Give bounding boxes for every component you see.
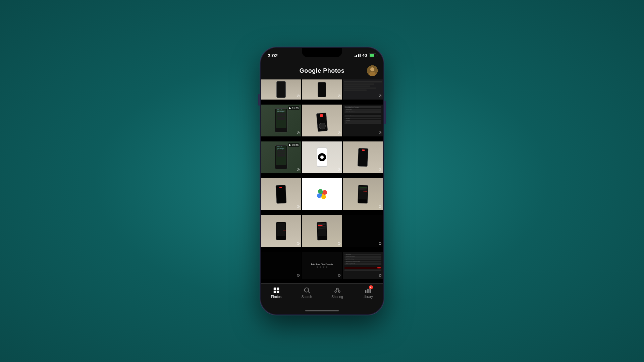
gphotos-logo-svg [314,186,330,202]
search-nav-icon [303,286,311,294]
photo-cell-13[interactable]: ⊘ [261,215,301,247]
photos-grid: ⊘ ⊘ ⊘ [261,79,383,283]
status-bar: 3:02 4G [261,48,383,63]
photo-cell-8[interactable]: ⊘ [302,141,342,173]
hidden-icon-2: ⊘ [337,94,341,98]
library-badge: 8 [369,285,373,289]
svg-rect-15 [367,289,369,293]
hidden-icon-12: ⊘ [378,204,382,209]
hidden-icon-13: ⊘ [297,241,300,246]
home-indicator [261,307,383,314]
svg-rect-14 [365,290,366,293]
sharing-nav-label: Sharing [331,295,343,299]
svg-rect-6 [276,291,279,293]
svg-rect-5 [273,291,276,293]
status-indicators: 4G [355,53,376,57]
hidden-icon-4: ⊘ [297,130,300,135]
photo-cell-3[interactable]: ⊘ [343,79,383,100]
video-badge-1: ▶01:59 [288,106,300,110]
clock: 3:02 [268,53,278,58]
photos-nav-icon [272,286,280,294]
sharing-nav-icon [333,286,341,294]
svg-rect-4 [276,288,279,290]
photo-cell-15[interactable]: ⊘ [343,215,383,247]
hidden-icon-8: ⊘ [337,167,341,172]
photo-cell-6[interactable]: iTunes & App Store Purchases Allowed App… [343,105,383,136]
nav-item-search[interactable]: Search [291,286,322,299]
svg-line-12 [336,290,336,291]
photo-cell-4[interactable]: What do you want to focus on? ▶01:59 ⊘ [261,105,301,136]
nav-item-photos[interactable]: Photos [261,286,291,299]
phone-screen: 3:02 4G Google Photos [261,48,383,314]
signal-icon [355,54,361,57]
bottom-nav: Photos Search [261,283,383,307]
network-type: 4G [362,53,367,57]
photo-cell-7[interactable]: What do you want to focus on? ▶00:56 ⊘ [261,141,301,173]
hidden-icon-15: ⊘ [378,241,382,246]
photo-cell-17[interactable]: Enter Screen Time Passcode ⊘ [302,252,342,279]
nav-item-sharing[interactable]: Sharing [322,286,353,299]
phone-frame: 3:02 4G Google Photos [260,47,384,315]
photo-cell-11-gphotos[interactable] [302,178,342,210]
svg-line-8 [308,292,310,293]
hidden-icon-10: ⊘ [297,204,300,209]
hidden-icon-16: ⊘ [297,273,300,278]
photo-cell-16[interactable]: ⊘ [261,252,301,279]
hidden-icon-1: ⊘ [297,94,300,98]
app-title: Google Photos [300,67,345,74]
hidden-icon-7: ⊘ [297,167,300,172]
svg-point-1 [370,67,374,71]
library-nav-label: Library [363,295,373,299]
battery-icon [369,54,376,57]
photo-cell-14[interactable]: ⊘ [302,215,342,247]
library-nav-icon: 8 [364,286,372,294]
photo-cell-12[interactable]: ⊘ [343,178,383,210]
svg-point-9 [336,288,338,290]
photo-cell-18[interactable]: Microphone Speech Recognition Apple Adve… [343,252,383,279]
hidden-icon-3: ⊘ [378,94,382,98]
hidden-icon-5: ⊘ [337,130,341,135]
photo-cell-10[interactable]: ⊘ [261,178,301,210]
avatar[interactable] [367,65,378,76]
nav-item-library[interactable]: 8 Library [353,286,383,299]
photo-cell-5[interactable]: ⊘ [302,105,342,136]
hidden-icon-18: ⊘ [378,273,382,278]
search-nav-label: Search [302,295,312,299]
svg-line-13 [338,290,339,291]
video-badge-2: ▶00:56 [288,143,300,147]
photo-cell-1[interactable]: ⊘ [261,79,301,100]
hidden-icon-17: ⊘ [337,273,341,278]
home-bar [305,310,339,311]
photo-cell-9[interactable]: ⊘ [343,141,383,173]
photos-nav-label: Photos [271,295,281,299]
notch [302,48,342,57]
hidden-icon-14: ⊘ [337,241,341,246]
hidden-icon-6: ⊘ [378,130,382,135]
svg-rect-3 [273,288,276,290]
svg-point-11 [338,291,340,292]
hidden-icon-9: ⊘ [378,167,382,172]
app-header: Google Photos [261,63,383,79]
svg-point-10 [335,291,336,292]
photo-cell-2[interactable]: ⊘ [302,79,342,100]
